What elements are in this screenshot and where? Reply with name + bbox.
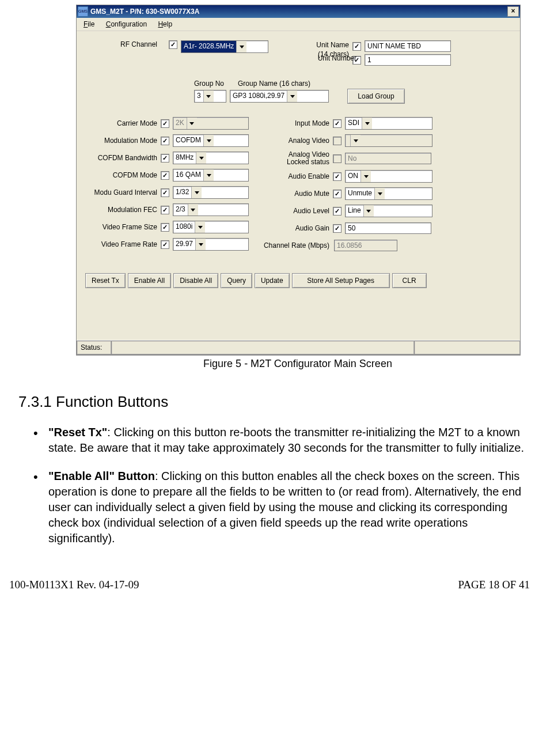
unit-number-label: Unit Number (318, 54, 356, 62)
analog-video-label: Analog Video (255, 137, 333, 145)
guard-combo[interactable]: 1/32 (173, 186, 249, 199)
chevron-down-icon[interactable] (203, 135, 214, 146)
list-item: "Enable All" Button: Clicking on this bu… (48, 468, 536, 546)
rf-channel-combo[interactable]: A1r- 2028.5MHz (181, 40, 268, 53)
query-button[interactable]: Query (221, 273, 252, 288)
carrier-mode-checkbox[interactable] (161, 119, 169, 128)
app-window: GMS GMS_M2T - P/N: 630-SW0077X3A × File … (76, 5, 521, 356)
vfs-label: Video Frame Size (88, 223, 161, 231)
vfr-combo[interactable]: 29.97 (173, 238, 249, 251)
modulation-mode-checkbox[interactable] (161, 137, 169, 145)
chevron-down-icon[interactable] (287, 90, 297, 102)
chevron-down-icon[interactable] (187, 118, 197, 129)
vfr-label: Video Frame Rate (88, 240, 161, 248)
chevron-down-icon[interactable] (236, 41, 246, 52)
audio-level-combo[interactable]: Line (345, 205, 432, 217)
audio-enable-checkbox[interactable] (333, 172, 341, 181)
analog-locked-field (345, 153, 431, 164)
fec-combo[interactable]: 2/3 (173, 203, 249, 216)
page-footer: 100-M0113X1 Rev. 04-17-09 PAGE 18 OF 41 (7, 579, 547, 597)
rf-channel-checkbox[interactable] (169, 40, 177, 49)
menu-config[interactable]: Configuration (101, 19, 151, 29)
group-no-combo[interactable]: 3 (194, 90, 226, 103)
analog-video-checkbox[interactable] (333, 137, 341, 145)
chevron-down-icon[interactable] (350, 135, 361, 146)
vfr-checkbox[interactable] (161, 240, 169, 249)
chevron-down-icon[interactable] (191, 187, 202, 198)
guard-label: Modu Guard Interval (88, 188, 161, 196)
cofdm-bw-combo[interactable]: 8MHz (173, 152, 249, 164)
chevron-down-icon[interactable] (203, 90, 214, 102)
enable-all-button[interactable]: Enable All (128, 273, 171, 288)
footer-right: PAGE 18 OF 41 (458, 579, 530, 591)
unit-number-input[interactable] (365, 54, 451, 66)
status-box-main (111, 341, 414, 354)
chevron-down-icon[interactable] (188, 204, 198, 216)
audio-gain-checkbox[interactable] (333, 224, 341, 233)
load-group-button[interactable]: Load Group (347, 89, 405, 104)
cofdm-mode-label: COFDM Mode (88, 171, 161, 179)
chevron-down-icon[interactable] (363, 205, 374, 217)
group-name-label: Group Name (16 chars) (238, 80, 310, 88)
menu-file[interactable]: File (79, 19, 99, 29)
input-mode-combo[interactable]: SDI (345, 117, 432, 130)
group-name-combo[interactable]: GP3 1080i,29.97 (230, 90, 329, 103)
analog-video-combo[interactable] (345, 134, 432, 147)
chevron-down-icon[interactable] (195, 221, 205, 233)
cofdm-mode-combo[interactable]: 16 QAM (173, 169, 249, 182)
chevron-down-icon[interactable] (374, 188, 385, 199)
audio-enable-combo[interactable]: ON (345, 170, 432, 183)
audio-mute-checkbox[interactable] (333, 190, 341, 198)
input-mode-checkbox[interactable] (333, 119, 341, 128)
cofdm-bw-checkbox[interactable] (161, 154, 169, 162)
clr-button[interactable]: CLR (392, 273, 427, 288)
close-icon[interactable]: × (507, 6, 519, 17)
cofdm-mode-checkbox[interactable] (161, 171, 169, 180)
channel-rate-field (334, 240, 397, 251)
menubar: File Configuration Help (77, 18, 520, 31)
document-body: 7.3.1 Function Buttons "Reset Tx": Click… (18, 393, 536, 546)
carrier-mode-label: Carrier Mode (88, 119, 161, 127)
analog-locked-checkbox[interactable] (333, 154, 341, 163)
audio-gain-input[interactable] (345, 222, 431, 234)
chevron-down-icon[interactable] (203, 169, 214, 181)
titlebar: GMS GMS_M2T - P/N: 630-SW0077X3A × (77, 5, 520, 18)
unit-name-input[interactable] (365, 40, 451, 52)
chevron-down-icon[interactable] (362, 118, 372, 129)
store-all-button[interactable]: Store All Setup Pages (292, 273, 390, 288)
unit-name-checkbox[interactable] (352, 42, 361, 51)
modulation-mode-label: Modulation Mode (88, 137, 161, 145)
input-mode-label: Input Mode (255, 119, 333, 127)
update-button[interactable]: Update (255, 273, 290, 288)
section-heading: 7.3.1 Function Buttons (18, 393, 536, 411)
group-no-label: Group No (194, 80, 224, 88)
list-item: "Reset Tx": Clicking on this button re-b… (48, 425, 536, 456)
chevron-down-icon[interactable] (195, 239, 206, 250)
chevron-down-icon[interactable] (196, 152, 206, 164)
disable-all-button[interactable]: Disable All (173, 273, 218, 288)
reset-tx-button[interactable]: Reset Tx (85, 273, 126, 288)
audio-mute-combo[interactable]: Unmute (345, 187, 432, 200)
status-label: Status: (77, 341, 111, 354)
carrier-mode-combo[interactable]: 2K (173, 117, 249, 130)
audio-enable-label: Audio Enable (255, 172, 333, 180)
chevron-down-icon[interactable] (361, 171, 371, 182)
vfs-checkbox[interactable] (161, 223, 169, 232)
analog-locked-label: Analog VideoLocked status (255, 151, 333, 166)
audio-level-label: Audio Level (255, 207, 333, 215)
fec-label: Modulation FEC (88, 206, 161, 214)
status-box-right (414, 341, 520, 354)
modulation-mode-combo[interactable]: COFDM (173, 134, 249, 147)
guard-checkbox[interactable] (161, 188, 169, 197)
app-icon: GMS (78, 6, 88, 17)
audio-gain-label: Audio Gain (255, 224, 333, 232)
channel-rate-label: Channel Rate (Mbps) (255, 241, 333, 250)
cofdm-bw-label: COFDM Bandwidth (88, 154, 161, 162)
vfs-combo[interactable]: 1080i (173, 221, 249, 233)
fec-checkbox[interactable] (161, 206, 169, 214)
menu-help[interactable]: Help (153, 19, 177, 29)
audio-level-checkbox[interactable] (333, 207, 341, 216)
rf-channel-label: RF Channel (88, 40, 161, 48)
title-text: GMS_M2T - P/N: 630-SW0077X3A (90, 7, 507, 16)
figure-caption: Figure 5 - M2T Configurator Main Screen (76, 358, 519, 370)
